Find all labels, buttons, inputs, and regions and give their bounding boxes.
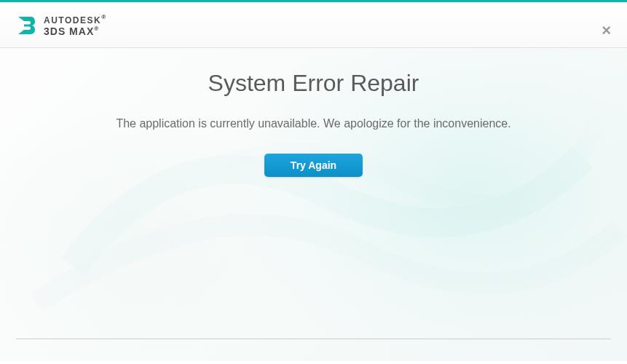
registered-mark-icon: ® — [101, 14, 106, 20]
main-content: System Error Repair The application is c… — [0, 48, 627, 361]
error-panel: System Error Repair The application is c… — [0, 48, 627, 177]
autodesk-3-icon — [16, 14, 36, 37]
registered-mark-icon: ® — [94, 25, 98, 32]
brand-product-label: 3DS MAX® — [44, 25, 106, 37]
close-icon: × — [602, 21, 611, 39]
brand-logo-container: AUTODESK® 3DS MAX® — [16, 14, 106, 37]
brand-top-text: AUTODESK — [44, 15, 101, 25]
error-message: The application is currently unavailable… — [0, 117, 627, 130]
error-title: System Error Repair — [0, 70, 627, 97]
brand-autodesk-label: AUTODESK® — [44, 14, 106, 25]
brand-product-text: 3DS MAX — [44, 25, 94, 37]
brand-text: AUTODESK® 3DS MAX® — [44, 14, 106, 37]
try-again-button[interactable]: Try Again — [264, 154, 363, 177]
close-button[interactable]: × — [602, 23, 611, 39]
header-bar: AUTODESK® 3DS MAX® × — [0, 2, 627, 48]
